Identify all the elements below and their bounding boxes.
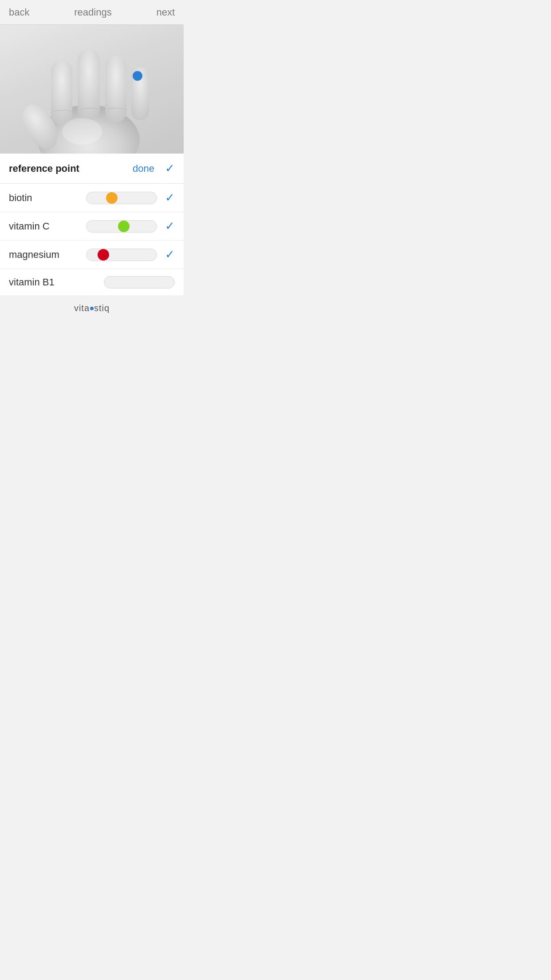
reference-actions: done ✓ — [133, 162, 175, 175]
slider-track-vitamin-c[interactable] — [86, 220, 157, 233]
svg-rect-4 — [105, 56, 126, 122]
reading-right-biotin: ✓ — [86, 191, 175, 205]
reference-dot[interactable] — [133, 71, 142, 81]
slider-track-magnesium[interactable] — [86, 249, 157, 261]
svg-point-6 — [62, 118, 102, 145]
brand-dot — [90, 307, 94, 310]
back-button[interactable]: back — [9, 7, 29, 18]
reference-point-label: reference point — [9, 163, 79, 174]
page-title: readings — [74, 7, 111, 18]
reading-name-biotin: biotin — [9, 192, 62, 204]
reading-row-magnesium: magnesium ✓ — [0, 241, 184, 269]
reading-right-magnesium: ✓ — [86, 248, 175, 261]
brand-text: vitastiq — [74, 303, 110, 313]
slider-track-vitamin-b1[interactable] — [104, 276, 175, 288]
check-icon-biotin: ✓ — [165, 191, 175, 205]
reference-point-row: reference point done ✓ — [0, 154, 184, 184]
next-button[interactable]: next — [156, 7, 175, 18]
reading-row-vitamin-b1: vitamin B1 — [0, 269, 184, 296]
hand-illustration — [0, 25, 184, 154]
check-icon-magnesium: ✓ — [165, 248, 175, 261]
slider-thumb-magnesium[interactable] — [98, 249, 109, 261]
reading-name-vitamin-c: vitamin C — [9, 221, 62, 232]
hand-image-area — [0, 25, 184, 154]
reading-row-biotin: biotin ✓ — [0, 184, 184, 212]
slider-thumb-vitamin-c[interactable] — [118, 221, 130, 232]
reading-rows: biotin ✓ vitamin C ✓ magnesium ✓ vitamin — [0, 184, 184, 296]
check-icon-vitamin-c: ✓ — [165, 219, 175, 233]
done-button[interactable]: done — [133, 163, 154, 174]
footer-brand: vitastiq — [0, 296, 184, 319]
slider-thumb-biotin[interactable] — [106, 192, 118, 204]
reading-right-vitamin-c: ✓ — [86, 219, 175, 233]
reading-name-magnesium: magnesium — [9, 249, 62, 261]
reference-check-icon: ✓ — [165, 162, 175, 175]
svg-rect-2 — [51, 60, 72, 125]
svg-rect-3 — [78, 49, 100, 120]
reading-name-vitamin-b1: vitamin B1 — [9, 277, 62, 288]
reading-row-vitamin-c: vitamin C ✓ — [0, 212, 184, 241]
slider-track-biotin[interactable] — [86, 192, 157, 204]
reading-right-vitamin-b1 — [104, 276, 175, 288]
nav-bar: back readings next — [0, 0, 184, 25]
